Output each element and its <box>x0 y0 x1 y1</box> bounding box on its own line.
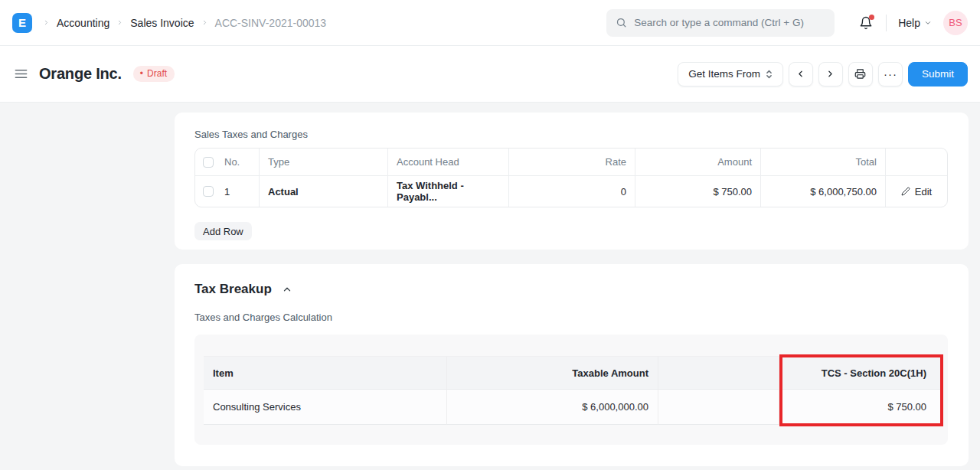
chevron-right-icon <box>43 19 50 26</box>
col-account-head: Account Head <box>388 149 509 176</box>
pencil-icon <box>901 187 910 196</box>
select-all-checkbox[interactable] <box>203 157 214 168</box>
notification-dot <box>869 15 874 20</box>
user-avatar[interactable]: BS <box>943 11 968 35</box>
tax-row-rate[interactable]: 0 <box>509 176 635 207</box>
printer-icon <box>854 68 866 80</box>
breadcrumb-accounting[interactable]: Accounting <box>57 17 109 29</box>
next-document-button[interactable] <box>818 62 843 86</box>
ellipsis-icon: ··· <box>884 68 897 80</box>
breakup-col-empty <box>658 356 779 390</box>
row-index: 1 <box>224 186 230 197</box>
tax-breakup-table-container: Item Taxable Amount TCS - Section 20C(1H… <box>194 335 948 445</box>
tax-row-select: 1 <box>195 176 260 207</box>
edit-row-button[interactable]: Edit <box>886 176 947 207</box>
add-row-button[interactable]: Add Row <box>194 222 252 240</box>
tax-row-total[interactable]: $ 6,000,750.00 <box>761 176 886 207</box>
sales-taxes-card: Sales Taxes and Charges No. Type Account… <box>175 113 969 250</box>
tax-breakup-card: Tax Breakup Taxes and Charges Calculatio… <box>175 264 969 466</box>
sales-taxes-label: Sales Taxes and Charges <box>194 129 948 140</box>
tax-breakup-title: Tax Breakup <box>194 282 272 297</box>
breakup-row-tcs: $ 750.00 <box>779 390 940 425</box>
more-actions-button[interactable]: ··· <box>878 62 903 86</box>
help-menu[interactable]: Help <box>898 17 932 29</box>
taxes-header-select: No. <box>195 149 260 176</box>
col-no-label: No. <box>224 156 240 168</box>
status-label: Draft <box>147 68 167 79</box>
search-icon <box>616 17 627 28</box>
notifications-bell-icon[interactable] <box>858 15 874 31</box>
chevron-right-icon <box>201 19 208 26</box>
breadcrumb-current-doc: ACC-SINV-2021-00013 <box>215 17 327 29</box>
top-navbar: E Accounting Sales Invoice ACC-SINV-2021… <box>0 0 980 46</box>
chevron-right-icon <box>825 69 835 79</box>
status-badge: • Draft <box>133 66 175 82</box>
help-label: Help <box>898 17 920 29</box>
page-header: Orange Inc. • Draft Get Items From <box>0 46 980 103</box>
breadcrumb-sales-invoice[interactable]: Sales Invoice <box>130 17 194 29</box>
prev-document-button[interactable] <box>789 62 813 86</box>
tax-row-account-head[interactable]: Tax Withheld - Payabl... <box>388 176 509 207</box>
global-search[interactable] <box>606 9 835 37</box>
tax-breakup-table: Item Taxable Amount TCS - Section 20C(1H… <box>204 356 940 425</box>
col-total: Total <box>761 149 886 176</box>
col-edit-spacer <box>886 149 947 176</box>
page-title: Orange Inc. <box>39 65 122 83</box>
breakup-row-item: Consulting Services <box>204 390 447 425</box>
col-type: Type <box>260 149 388 176</box>
navbar-divider <box>886 15 887 31</box>
row-checkbox[interactable] <box>203 186 214 197</box>
page-actions: Get Items From ··· Submit <box>678 62 968 86</box>
chevron-down-icon <box>924 19 932 27</box>
get-items-from-button[interactable]: Get Items From <box>678 62 783 86</box>
submit-button[interactable]: Submit <box>908 62 968 86</box>
app-logo[interactable]: E <box>12 13 32 33</box>
edit-label: Edit <box>915 186 932 197</box>
tax-row-amount[interactable]: $ 750.00 <box>635 176 761 207</box>
get-items-from-label: Get Items From <box>688 68 760 80</box>
select-chevrons-icon <box>766 69 773 80</box>
breakup-col-tcs: TCS - Section 20C(1H) <box>779 356 940 390</box>
tax-breakup-header[interactable]: Tax Breakup <box>194 282 948 297</box>
navbar-right-group: Help BS <box>858 11 968 35</box>
sidebar-toggle-icon[interactable] <box>12 65 30 83</box>
breakup-row-taxable-amount: $ 6,000,000.00 <box>447 390 658 425</box>
sales-taxes-table: No. Type Account Head Rate Amount Total … <box>194 148 948 207</box>
chevron-right-icon <box>116 19 123 26</box>
breakup-col-item: Item <box>204 356 447 390</box>
main-content: Sales Taxes and Charges No. Type Account… <box>0 103 980 470</box>
col-rate: Rate <box>509 149 635 176</box>
chevron-up-icon <box>282 284 292 295</box>
tax-breakup-subtitle: Taxes and Charges Calculation <box>194 312 948 323</box>
breakup-row-empty <box>658 390 779 425</box>
breadcrumb: Accounting Sales Invoice ACC-SINV-2021-0… <box>43 17 326 29</box>
chevron-left-icon <box>795 69 805 79</box>
print-button[interactable] <box>848 62 873 86</box>
status-bullet: • <box>140 68 143 79</box>
breakup-col-taxable-amount: Taxable Amount <box>447 356 658 390</box>
tax-row-type[interactable]: Actual <box>260 176 388 207</box>
col-amount: Amount <box>635 149 761 176</box>
search-input[interactable] <box>634 17 825 28</box>
